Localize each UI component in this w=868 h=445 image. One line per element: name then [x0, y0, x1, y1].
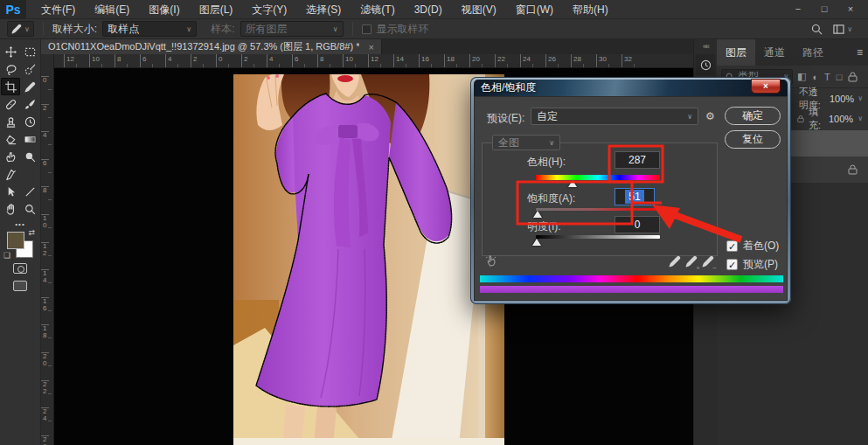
tool-icon [5, 116, 17, 128]
screen-mode-button[interactable] [13, 281, 27, 291]
lightness-value-input[interactable]: 0 [615, 216, 660, 233]
quick-mask-button[interactable] [13, 263, 27, 274]
horizontal-ruler[interactable]: 1210864202468101214161820222426283032 [41, 54, 693, 68]
active-tool-badge[interactable]: ∨ [7, 21, 34, 37]
swap-colors-icon[interactable]: ⇄ [28, 228, 35, 237]
lips [337, 75, 353, 82]
eyedropper-plus-icon[interactable]: + [685, 255, 698, 270]
document-tab[interactable]: O1CN011XOeaDmoDJiVqtt_!!91372914.jpg @ 5… [41, 39, 382, 54]
menu-item[interactable]: 视图(V) [452, 0, 506, 19]
ruler-tick: 10 [41, 214, 49, 242]
foreground-color-swatch[interactable] [7, 232, 24, 249]
vertical-ruler[interactable]: 02468101214161820222426 [41, 68, 54, 445]
tool-icon [5, 169, 17, 180]
ruler-tick: 6 [140, 54, 165, 67]
tool-button[interactable] [1, 78, 20, 95]
default-colors-icon[interactable]: ❏ [3, 251, 10, 260]
targeted-adjustment-icon[interactable] [485, 254, 497, 269]
close-button[interactable]: × [838, 3, 863, 17]
eyedropper-minus-icon[interactable]: − [702, 255, 714, 270]
preview-checkbox[interactable]: ✓ 预览(P) [726, 257, 778, 272]
menu-bar: 文件(F)编辑(E)图像(I)图层(L)文字(Y)选择(S)滤镜(T)3D(D)… [31, 0, 618, 19]
filter-adjustment-icon[interactable]: ◐ [812, 72, 818, 82]
filter-shape-icon[interactable]: □ [837, 72, 843, 82]
close-tab-icon[interactable]: × [368, 42, 373, 52]
tool-button[interactable] [20, 95, 39, 113]
hue-slider-thumb[interactable] [568, 180, 577, 187]
tool-icon [24, 81, 36, 93]
saturation-value-input[interactable]: 51 [615, 188, 655, 205]
tool-button[interactable] [1, 60, 20, 78]
photo-image[interactable] [233, 74, 504, 445]
history-panel-icon[interactable] [696, 54, 715, 75]
lightness-slider-thumb[interactable] [532, 239, 541, 246]
ruler-tick: 14 [41, 269, 49, 297]
restore-button[interactable]: □ [812, 3, 837, 17]
tool-button[interactable] [1, 95, 20, 113]
tool-button[interactable] [1, 43, 20, 60]
fill-label: 填充: [809, 106, 824, 132]
menu-item[interactable]: 文件(F) [31, 0, 85, 19]
menu-item[interactable]: 窗口(W) [506, 0, 563, 19]
tool-button[interactable] [1, 130, 20, 148]
edit-toolbar-button[interactable]: ••• [0, 220, 40, 228]
dialog-titlebar[interactable]: 色相/饱和度 × [474, 80, 788, 96]
ruler-tick: 0 [41, 76, 49, 104]
tool-button[interactable] [1, 165, 20, 183]
eyedropper-icon[interactable] [669, 255, 681, 270]
tool-button[interactable] [20, 43, 39, 60]
tool-button[interactable] [20, 148, 39, 165]
fill-value[interactable]: 100% [829, 114, 853, 124]
menu-item[interactable]: 文字(Y) [242, 0, 296, 19]
menu-item[interactable]: 编辑(E) [85, 0, 139, 19]
menu-item[interactable]: 选择(S) [296, 0, 351, 19]
menu-item[interactable]: 滤镜(T) [351, 0, 404, 19]
menu-item[interactable]: 图像(I) [139, 0, 189, 19]
tool-button[interactable] [20, 60, 39, 78]
tool-icon [5, 99, 17, 110]
chevron-down-icon: ∨ [858, 115, 863, 122]
lock-icon[interactable] [797, 114, 804, 124]
search-icon[interactable] [811, 24, 823, 35]
hue-slider[interactable] [536, 175, 660, 180]
expand-panels-icon[interactable]: «« [694, 39, 717, 54]
workspace-switcher[interactable]: ∨ [833, 24, 852, 35]
channel-select[interactable]: 全图 ∨ [492, 135, 560, 150]
ruler-tick: 6 [292, 54, 317, 67]
tool-button[interactable] [1, 200, 20, 218]
tool-button[interactable] [20, 113, 39, 130]
colorize-checkbox[interactable]: ✓ 着色(O) [726, 239, 779, 254]
dialog-close-button[interactable]: × [751, 79, 781, 94]
filter-type-icon[interactable]: T [824, 72, 830, 82]
ok-button[interactable]: 确定 [725, 107, 781, 125]
gear-icon[interactable]: ⚙ [705, 110, 715, 122]
menu-item[interactable]: 图层(L) [190, 0, 243, 19]
menu-item[interactable]: 帮助(H) [563, 0, 618, 19]
sample-size-select[interactable]: 取样点 ∨ [102, 21, 197, 37]
tab-layers[interactable]: 图层 [717, 39, 755, 66]
minimize-button[interactable]: − [786, 3, 810, 17]
hue-saturation-dialog[interactable]: 色相/饱和度 × 预设(E): 自定 ∨ ⚙ 确定 复位 全图 ∨ 色相(H):… [470, 77, 791, 304]
preset-select[interactable]: 自定 ∨ [531, 108, 698, 125]
saturation-slider[interactable] [536, 208, 660, 211]
saturation-slider-thumb[interactable] [533, 211, 542, 218]
tool-button[interactable] [1, 113, 20, 130]
tab-channels[interactable]: 通道 [755, 39, 794, 66]
hue-value-input[interactable]: 287 [615, 151, 660, 169]
tool-button[interactable] [20, 78, 39, 95]
tool-button[interactable] [20, 200, 39, 218]
lightness-slider[interactable] [536, 235, 660, 239]
menu-item[interactable]: 3D(D) [405, 0, 452, 19]
tool-button[interactable] [20, 130, 39, 148]
tool-button[interactable] [1, 148, 20, 165]
filter-smart-object-icon[interactable] [848, 72, 858, 82]
panel-menu-icon[interactable]: ≡ [857, 46, 868, 59]
sample-label: 样本: [211, 22, 234, 37]
opacity-value[interactable]: 100% [830, 94, 854, 104]
filter-pixel-icon[interactable]: ◧ [797, 71, 806, 82]
tool-button[interactable] [1, 183, 20, 200]
tool-button[interactable] [20, 165, 39, 183]
tool-button[interactable] [20, 183, 39, 200]
tab-paths[interactable]: 路径 [794, 39, 832, 66]
reset-button[interactable]: 复位 [725, 130, 781, 149]
